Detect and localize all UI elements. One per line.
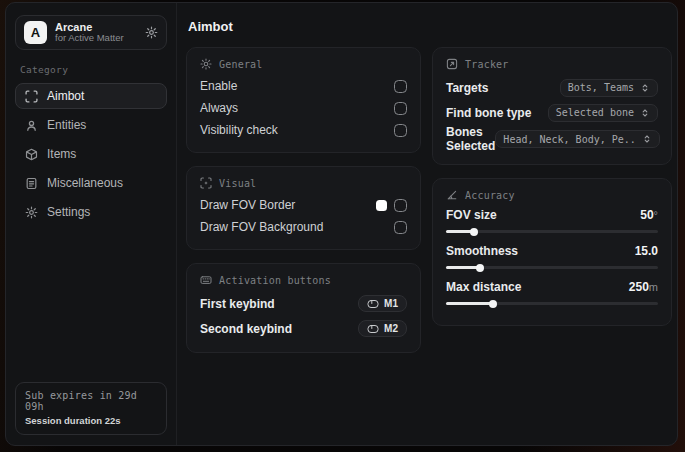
mouse-icon xyxy=(367,299,379,309)
angle-icon xyxy=(446,189,458,201)
sub-expiry-text: Sub expires in 29d 09h xyxy=(25,390,157,412)
sidebar-item-entities[interactable]: Entities xyxy=(15,112,167,138)
subscription-card: Sub expires in 29d 09h Session duration … xyxy=(15,382,167,435)
setting-row-max-distance: Max distance 250m xyxy=(446,278,658,305)
tracker-icon xyxy=(446,58,458,70)
brand-logo: A xyxy=(24,21,47,44)
setting-row-bones-selected: Bones Selected Head, Neck, Body, Pe.. xyxy=(446,125,658,153)
category-label: Category xyxy=(20,64,162,75)
setting-label: Draw FOV Background xyxy=(200,220,323,234)
sun-icon xyxy=(200,58,212,70)
draw-fov-background-checkbox[interactable] xyxy=(394,221,407,234)
draw-fov-border-checkbox[interactable] xyxy=(394,199,407,212)
dropdown-value: Selected bone xyxy=(556,107,634,118)
slider-value: 250m xyxy=(629,280,658,294)
sidebar-item-label: Entities xyxy=(47,118,86,132)
setting-row-smoothness: Smoothness 15.0 xyxy=(446,242,658,269)
main-content: Aimbot General Enable xyxy=(177,3,678,445)
setting-row-enable: Enable xyxy=(200,75,407,97)
slider-unit: ° xyxy=(654,209,658,221)
setting-row-visibility-check: Visibility check xyxy=(200,119,407,141)
accuracy-section: Accuracy FOV size 50° xyxy=(432,178,672,326)
activation-buttons-section: Activation buttons First keybind M1 xyxy=(186,263,421,353)
slider-thumb[interactable] xyxy=(489,300,497,308)
setting-label: Bones Selected xyxy=(446,125,495,153)
scan-icon xyxy=(25,90,38,103)
cube-icon xyxy=(25,148,38,161)
setting-label: Enable xyxy=(200,79,237,93)
session-duration-text: Session duration 22s xyxy=(25,415,157,426)
setting-row-find-bone-type: Find bone type Selected bone xyxy=(446,100,658,125)
sidebar-item-settings[interactable]: Settings xyxy=(15,199,167,225)
unfold-icon xyxy=(640,83,650,93)
slider-fill xyxy=(446,266,480,269)
gear-icon[interactable] xyxy=(145,26,158,39)
keybind-value: M1 xyxy=(384,298,398,309)
setting-row-draw-fov-background: Draw FOV Background xyxy=(200,216,407,238)
enable-checkbox[interactable] xyxy=(394,80,407,93)
page-title: Aimbot xyxy=(188,19,672,34)
sidebar-item-label: Items xyxy=(47,147,76,161)
second-keybind-button[interactable]: M2 xyxy=(358,320,407,337)
keybind-value: M2 xyxy=(384,323,398,334)
setting-label: FOV size xyxy=(446,208,497,222)
slider-value: 50° xyxy=(640,208,658,222)
list-icon xyxy=(25,177,38,190)
section-title: General xyxy=(219,59,263,70)
slider-value: 15.0 xyxy=(635,244,658,258)
bones-selected-dropdown[interactable]: Head, Neck, Body, Pe.. xyxy=(495,130,659,148)
setting-label: First keybind xyxy=(200,297,275,311)
gear-icon xyxy=(25,206,38,219)
setting-row-always: Always xyxy=(200,97,407,119)
fov-size-slider[interactable] xyxy=(446,230,658,233)
visual-section: Visual Draw FOV Border Draw FOV Backgrou… xyxy=(186,166,421,250)
setting-label: Max distance xyxy=(446,280,521,294)
setting-label: Smoothness xyxy=(446,244,518,258)
setting-label: Second keybind xyxy=(200,322,292,336)
fov-border-color-swatch[interactable] xyxy=(376,200,387,211)
section-title: Tracker xyxy=(465,59,509,70)
slider-fill xyxy=(446,302,493,305)
find-bone-type-dropdown[interactable]: Selected bone xyxy=(548,104,658,122)
setting-label: Draw FOV Border xyxy=(200,198,295,212)
sidebar-item-label: Settings xyxy=(47,205,90,219)
always-checkbox[interactable] xyxy=(394,102,407,115)
setting-label: Always xyxy=(200,101,238,115)
keyboard-icon xyxy=(200,274,212,286)
unfold-icon xyxy=(642,134,652,144)
sidebar-item-items[interactable]: Items xyxy=(15,141,167,167)
slider-unit: m xyxy=(649,281,658,293)
sidebar-item-label: Aimbot xyxy=(47,89,84,103)
visibility-check-checkbox[interactable] xyxy=(394,124,407,137)
section-title: Visual xyxy=(219,178,256,189)
section-title: Activation buttons xyxy=(219,275,331,286)
slider-thumb[interactable] xyxy=(470,228,478,236)
setting-label: Find bone type xyxy=(446,106,531,120)
slider-thumb[interactable] xyxy=(476,264,484,272)
brand-subtitle: for Active Matter xyxy=(55,33,124,44)
max-distance-slider[interactable] xyxy=(446,302,658,305)
sidebar-item-aimbot[interactable]: Aimbot xyxy=(15,83,167,109)
dropdown-value: Bots, Teams xyxy=(568,82,634,93)
first-keybind-button[interactable]: M1 xyxy=(358,295,407,312)
category-nav: Aimbot Entities Items xyxy=(15,83,167,225)
dropdown-value: Head, Neck, Body, Pe.. xyxy=(503,134,635,145)
section-title: Accuracy xyxy=(465,190,515,201)
setting-row-first-keybind: First keybind M1 xyxy=(200,291,407,316)
unfold-icon xyxy=(640,108,650,118)
setting-label: Visibility check xyxy=(200,123,278,137)
setting-row-second-keybind: Second keybind M2 xyxy=(200,316,407,341)
setting-row-fov-size: FOV size 50° xyxy=(446,206,658,233)
smoothness-slider[interactable] xyxy=(446,266,658,269)
general-section: General Enable Always Visibility check xyxy=(186,47,421,153)
setting-row-draw-fov-border: Draw FOV Border xyxy=(200,194,407,216)
sparkle-frame-icon xyxy=(200,177,212,189)
tracker-section: Tracker Targets Bots, Teams xyxy=(432,47,672,165)
setting-row-targets: Targets Bots, Teams xyxy=(446,75,658,100)
setting-label: Targets xyxy=(446,81,488,95)
sidebar: A Arcane for Active Matter Category xyxy=(6,3,177,445)
targets-dropdown[interactable]: Bots, Teams xyxy=(560,79,658,97)
sidebar-item-miscellaneous[interactable]: Miscellaneous xyxy=(15,170,167,196)
app-window: A Arcane for Active Matter Category xyxy=(5,2,678,446)
brand-card: A Arcane for Active Matter xyxy=(15,15,167,50)
